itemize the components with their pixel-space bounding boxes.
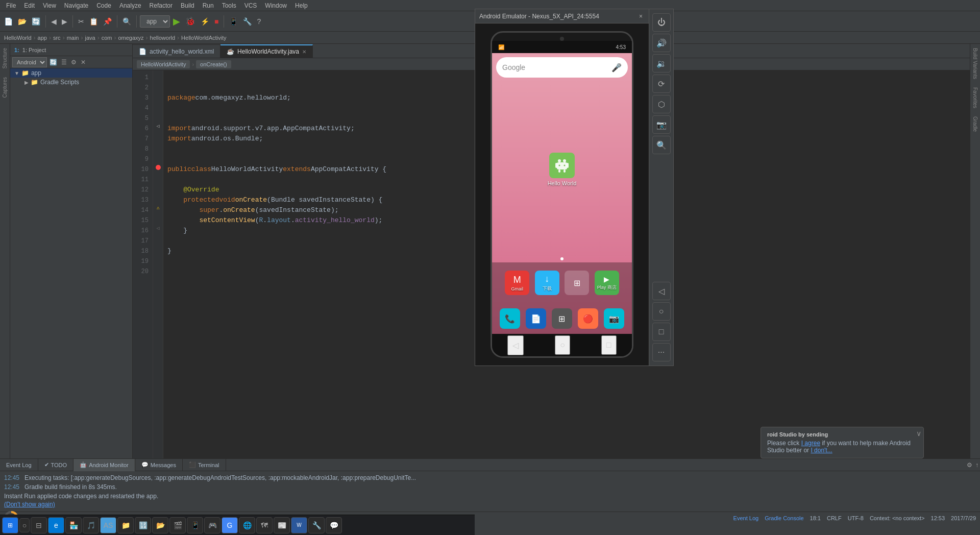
- volume-down-btn[interactable]: 🔉: [652, 54, 671, 72]
- breadcrumb-activity[interactable]: HelloWorldActivity: [181, 35, 226, 41]
- toolbar-sync-btn[interactable]: 🔄: [30, 16, 42, 27]
- dock-gmail[interactable]: M Gmail: [505, 271, 529, 295]
- win-phone-btn[interactable]: 📱: [187, 517, 203, 533]
- avd-btn[interactable]: 📱: [227, 16, 240, 27]
- win-map-btn[interactable]: 🗺: [256, 517, 273, 533]
- menu-edit[interactable]: Edit: [20, 2, 39, 9]
- menu-analyze[interactable]: Analyze: [115, 2, 145, 9]
- win-calc-btn[interactable]: 🔢: [135, 517, 151, 533]
- screenshot-btn[interactable]: 📷: [652, 115, 671, 134]
- win-chrome2-btn[interactable]: 🌐: [239, 517, 255, 533]
- hello-world-app-icon[interactable]: Hello World: [548, 153, 577, 186]
- debug-button[interactable]: 🐞: [183, 16, 198, 26]
- menu-file[interactable]: File: [2, 2, 20, 9]
- breadcrumb-helloworld[interactable]: HelloWorld: [4, 35, 32, 41]
- win-folder-btn[interactable]: 📂: [152, 517, 168, 533]
- win-chrome-btn[interactable]: G: [222, 517, 238, 533]
- dock-docs[interactable]: 📄: [526, 308, 546, 329]
- toolbar-cut-btn[interactable]: ✂: [76, 16, 86, 27]
- dock-chrome[interactable]: 🔴: [578, 308, 598, 329]
- win-word-btn[interactable]: W: [291, 517, 307, 533]
- nav-back-btn[interactable]: ◁: [507, 335, 524, 355]
- panel-sync-btn[interactable]: 🔄: [48, 58, 59, 66]
- menu-vcs[interactable]: VCS: [240, 2, 261, 9]
- sidebar-favorites-label[interactable]: Favorites: [972, 83, 978, 112]
- win-as-btn[interactable]: AS: [100, 517, 116, 533]
- dock-download[interactable]: ↓ 下载: [535, 271, 559, 295]
- win-misc-btn[interactable]: 🔧: [308, 517, 325, 533]
- menu-navigate[interactable]: Navigate: [60, 2, 92, 9]
- rotate-btn[interactable]: ⟳: [652, 75, 671, 93]
- code-class-crumb[interactable]: HelloWorldActivity: [137, 60, 190, 68]
- dont-show-toast[interactable]: (Don't show again): [4, 501, 976, 508]
- nav-recents-btn[interactable]: □: [601, 335, 617, 355]
- menu-view[interactable]: View: [39, 2, 60, 9]
- nav-home-btn[interactable]: ○: [555, 335, 570, 355]
- android-selector[interactable]: Android: [12, 57, 47, 67]
- menu-run[interactable]: Run: [199, 2, 218, 9]
- panel-close-btn[interactable]: ✕: [79, 58, 87, 66]
- breadcrumb-omegaxyz[interactable]: omegaxyz: [118, 35, 143, 41]
- tab-xml[interactable]: 📄 activity_hello_world.xml: [133, 44, 220, 58]
- toolbar-copy-btn[interactable]: 📋: [87, 16, 100, 27]
- win-music-btn[interactable]: 🎵: [83, 517, 99, 533]
- breadcrumb-app[interactable]: app: [38, 35, 47, 41]
- win-edge-btn[interactable]: e: [48, 517, 64, 533]
- toolbar-open-btn[interactable]: 📂: [16, 16, 29, 27]
- notification-close-btn[interactable]: ∨: [916, 429, 921, 437]
- tab-java[interactable]: ☕ HelloWorldActivity.java ✕: [220, 44, 313, 58]
- toolbar-back-btn[interactable]: ◀: [49, 16, 59, 27]
- tree-item-gradle[interactable]: ▶ 📁 Gradle Scripts: [10, 78, 132, 87]
- dock-apps[interactable]: ⊞: [565, 271, 589, 295]
- sdk-btn[interactable]: 🔧: [241, 16, 254, 27]
- menu-code[interactable]: Code: [92, 2, 115, 9]
- dock-play[interactable]: ▶ Play 商店: [595, 271, 619, 295]
- help-btn[interactable]: ?: [255, 16, 263, 27]
- dock-camera[interactable]: 📷: [604, 308, 624, 329]
- win-chat-btn[interactable]: 💬: [326, 517, 342, 533]
- dont-link[interactable]: I don't...: [811, 447, 832, 454]
- bottom-tab-messages[interactable]: 💬 Messages: [135, 459, 183, 471]
- breadcrumb-helloworld-pkg[interactable]: helloworld: [150, 35, 176, 41]
- sidebar-captures-label[interactable]: Captures: [2, 73, 8, 102]
- more-btn[interactable]: ···: [652, 343, 671, 361]
- bottom-settings-btn[interactable]: ⚙: [965, 461, 974, 469]
- bottom-tab-android-monitor[interactable]: 🤖 Android Monitor: [74, 459, 135, 471]
- bottom-tab-terminal[interactable]: ⬛ Terminal: [183, 459, 226, 471]
- volume-up-btn[interactable]: 🔊: [652, 34, 671, 52]
- win-media-btn[interactable]: 🎬: [169, 517, 186, 533]
- run-button[interactable]: ▶: [171, 16, 182, 27]
- win-game-btn[interactable]: 🎮: [204, 517, 220, 533]
- win-task-btn[interactable]: ⊟: [31, 517, 47, 533]
- toolbar-search-btn[interactable]: 🔍: [120, 16, 133, 27]
- square-btn[interactable]: □: [652, 323, 671, 341]
- code-method-crumb[interactable]: onCreate(): [196, 60, 231, 68]
- sidebar-structure-label[interactable]: Structure: [2, 44, 8, 73]
- menu-help[interactable]: Help: [291, 2, 312, 9]
- phone-search-bar[interactable]: Google 🎤: [496, 57, 628, 78]
- panel-settings-btn[interactable]: ⚙: [69, 58, 78, 66]
- shake-btn[interactable]: ⬡: [652, 95, 671, 113]
- zoom-in-btn[interactable]: 🔍: [652, 136, 671, 154]
- sidebar-gradle-label[interactable]: Gradle: [972, 112, 978, 136]
- menu-refactor[interactable]: Refactor: [145, 2, 177, 9]
- breakpoint[interactable]: [156, 165, 161, 170]
- menu-window[interactable]: Window: [261, 2, 291, 9]
- breadcrumb-main[interactable]: main: [67, 35, 79, 41]
- win-news-btn[interactable]: 📰: [274, 517, 290, 533]
- toolbar-new-btn[interactable]: 📄: [2, 16, 15, 27]
- win-search-btn[interactable]: ○: [19, 518, 30, 532]
- breadcrumb-src[interactable]: src: [53, 35, 61, 41]
- tab-java-close[interactable]: ✕: [302, 49, 306, 55]
- back-btn[interactable]: ◁: [652, 282, 671, 300]
- power-btn[interactable]: ⏻: [652, 13, 671, 32]
- menu-tools[interactable]: Tools: [218, 2, 240, 9]
- panel-collapse-btn[interactable]: ☰: [60, 58, 68, 66]
- dock-phone[interactable]: 📞: [500, 308, 520, 329]
- win-explorer-btn[interactable]: 📁: [117, 517, 134, 533]
- win-store-btn[interactable]: 🏪: [65, 517, 82, 533]
- gradle-console-link[interactable]: Gradle Console: [765, 515, 803, 521]
- win-start-btn[interactable]: ⊞: [2, 517, 18, 533]
- toolbar-paste-btn[interactable]: 📌: [101, 16, 114, 27]
- tree-item-app[interactable]: ▼ 📁 app: [10, 68, 132, 78]
